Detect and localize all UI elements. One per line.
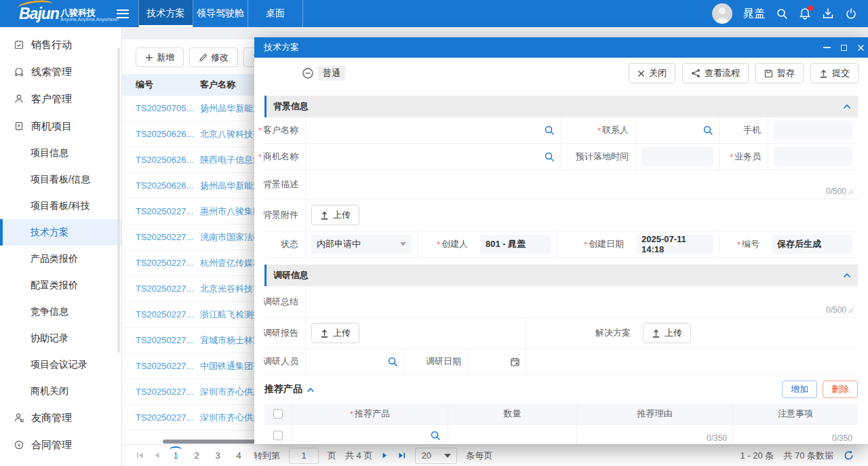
close-form-button[interactable]: 关闭	[629, 63, 675, 83]
row-checkbox[interactable]	[273, 431, 283, 440]
page-number[interactable]: 4	[233, 450, 245, 461]
sidebar-item-opportunities[interactable]: ¥ 商机项目	[0, 113, 121, 140]
sidebar-scrollbar[interactable]	[117, 47, 120, 353]
power-icon[interactable]	[845, 7, 857, 20]
pencil-icon	[199, 53, 208, 62]
pagination-bar: 1 2 3 4 转到第 1 页 共 4 页 20 条每页 1 - 20 条 共 …	[122, 444, 868, 466]
form-row: 调研报告 上传 解决方案 上传	[264, 318, 858, 349]
research-summary-textarea[interactable]: 0/500	[305, 286, 858, 317]
reason-field[interactable]: 0/350	[576, 424, 732, 444]
research-summary-label: 调研总结	[263, 296, 298, 308]
collapse-chevron-icon[interactable]	[843, 104, 851, 109]
prev-page-icon[interactable]	[153, 451, 161, 460]
search-icon[interactable]	[544, 151, 555, 162]
product-add-button[interactable]: 增加	[782, 381, 817, 398]
sidebar-item-implementation[interactable]: 项目实施(简)	[0, 459, 121, 466]
opportunity-name-label: 商机名称	[263, 151, 298, 163]
sidebar-item-project-board-info[interactable]: 项目看板/信息	[0, 166, 121, 193]
search-icon[interactable]	[430, 430, 441, 441]
mobile-field[interactable]	[774, 121, 852, 140]
goto-suffix: 页	[328, 450, 336, 462]
tab-leader-dashboard[interactable]: 领导驾驶舱	[193, 0, 248, 27]
salesman-label: 业务员	[734, 151, 761, 163]
edit-button[interactable]: 修改	[189, 47, 238, 67]
contact-field[interactable]	[635, 117, 719, 143]
search-icon[interactable]	[544, 125, 555, 136]
sidebar-item-sales-action[interactable]: 销售行动	[0, 31, 121, 58]
page-size-select[interactable]: 20	[415, 448, 457, 464]
goto-page-input[interactable]: 1	[289, 448, 319, 464]
sidebar-item-tech-plan[interactable]: 技术方案	[0, 219, 121, 246]
sidebar-item-partners[interactable]: 友商管理	[0, 404, 121, 431]
next-page-icon[interactable]	[381, 451, 389, 460]
svg-text:¥: ¥	[18, 442, 21, 448]
product-delete-button[interactable]: 删除	[823, 381, 858, 398]
logo-tagline: Anyone,Anytime,Anywhere!	[60, 17, 119, 22]
sidebar-item-customers[interactable]: 客户管理	[0, 85, 121, 113]
sidebar-item-config-quote[interactable]: 配置类报价	[0, 272, 121, 298]
salesman-field[interactable]	[774, 147, 852, 166]
sidebar-item-project-board-tech[interactable]: 项目看板/科技	[0, 193, 121, 219]
close-icon[interactable]	[857, 44, 865, 52]
first-page-icon[interactable]	[136, 451, 144, 460]
minimize-icon[interactable]	[823, 47, 831, 48]
upload-icon	[320, 329, 329, 338]
sidebar-item-project-meetings[interactable]: 项目会议记录	[0, 351, 121, 378]
brand-logo[interactable]: Bajun 八骏科技 Anyone,Anytime,Anywhere!	[0, 0, 108, 27]
collapse-chevron-icon[interactable]	[843, 273, 851, 278]
sidebar-item-leads[interactable]: 线索管理	[0, 58, 121, 85]
sidebar-item-competition-info[interactable]: 竞争信息	[0, 298, 121, 325]
tab-tech-plan[interactable]: 技术方案	[138, 0, 193, 27]
solution-upload-button[interactable]: 上传	[643, 323, 691, 343]
add-button[interactable]: 新增	[136, 47, 184, 67]
resize-handle-icon[interactable]	[848, 307, 854, 313]
sidebar-item-project-info[interactable]: 项目信息	[0, 140, 121, 166]
upload-icon	[652, 329, 660, 338]
partner-icon	[14, 412, 24, 423]
page-number[interactable]: 2	[191, 450, 203, 461]
top-navigation-bar: Bajun 八骏科技 Anyone,Anytime,Anywhere! 技术方案…	[0, 0, 868, 27]
status-select[interactable]: 内部申请中	[311, 235, 412, 254]
sidebar-item-label: 合同管理	[31, 439, 72, 452]
calendar-icon[interactable]	[510, 357, 520, 367]
research-report-upload-button[interactable]: 上传	[311, 323, 359, 343]
background-attachment-label: 背景附件	[263, 209, 298, 221]
researcher-field[interactable]	[305, 349, 403, 374]
product-field[interactable]	[292, 424, 448, 444]
background-upload-button[interactable]: 上传	[311, 205, 359, 225]
page-number[interactable]: 3	[212, 450, 224, 461]
search-icon[interactable]	[703, 125, 713, 136]
last-page-icon[interactable]	[397, 451, 406, 460]
notification-bell-icon[interactable]	[799, 7, 811, 20]
resize-handle-icon[interactable]	[848, 189, 854, 195]
background-desc-textarea[interactable]: 0/500	[305, 170, 858, 199]
quantity-field[interactable]	[448, 424, 576, 444]
priority-label: 普通	[318, 66, 345, 81]
expected-date-field[interactable]	[642, 147, 713, 166]
submit-button[interactable]: 提交	[810, 63, 859, 83]
opportunity-name-field[interactable]	[305, 144, 560, 170]
view-flow-button[interactable]: 查看流程	[682, 63, 749, 83]
sidebar-item-opportunity-close[interactable]: 商机关闭	[0, 378, 121, 404]
save-icon	[764, 69, 773, 78]
sidebar-item-assist-records[interactable]: 协助记录	[0, 325, 121, 351]
contact-label: 联系人	[602, 124, 629, 136]
search-icon[interactable]	[387, 356, 398, 367]
notes-field[interactable]: 0/350	[732, 424, 858, 444]
collapse-chevron-icon[interactable]	[307, 383, 315, 395]
user-name[interactable]: 晁盖	[743, 7, 765, 21]
avatar[interactable]	[712, 3, 732, 24]
save-draft-button[interactable]: 暂存	[755, 63, 804, 83]
refresh-icon[interactable]	[843, 450, 854, 461]
upload-icon	[320, 211, 329, 220]
research-date-field[interactable]	[468, 349, 526, 374]
page-number[interactable]: 1	[170, 450, 182, 461]
tab-desktop[interactable]: 桌面	[248, 0, 303, 27]
sidebar-item-product-quote[interactable]: 产品类报价	[0, 246, 121, 272]
sidebar-item-contracts[interactable]: ¥ 合同管理	[0, 431, 121, 459]
select-all-checkbox[interactable]	[273, 409, 283, 419]
download-icon[interactable]	[822, 7, 834, 20]
search-icon[interactable]	[776, 7, 788, 20]
customer-name-field[interactable]	[305, 117, 560, 143]
maximize-icon[interactable]	[841, 45, 847, 51]
